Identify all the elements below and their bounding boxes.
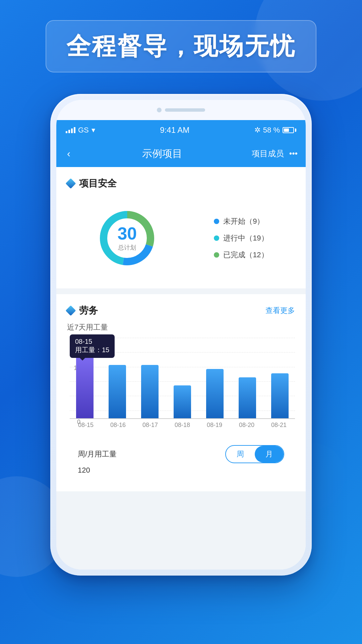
- safety-card: 项目安全: [56, 167, 306, 289]
- nav-more-button[interactable]: •••: [289, 149, 298, 158]
- x-label-0817: 08-17: [134, 422, 166, 429]
- donut-label: 总计划: [117, 244, 137, 252]
- bar-08-19[interactable]: [206, 369, 224, 418]
- bar-chart-wrapper: 18 15 12 9 6 3 0: [67, 338, 295, 438]
- clock: 9:41 AM: [160, 125, 189, 135]
- donut-section: 30 总计划 未开始（9） 进行中（19）: [67, 198, 295, 278]
- phone-notch: [56, 100, 306, 120]
- signal-icon: [66, 127, 75, 133]
- status-right: ✲ 58 %: [254, 126, 296, 135]
- legend-item-not-started: 未开始（9）: [214, 216, 268, 226]
- diamond-icon: [65, 178, 76, 189]
- status-left: GS ▾: [66, 126, 95, 135]
- safety-card-title: 项目安全: [67, 177, 295, 190]
- nav-bar: ‹ 示例项目 项目成员 •••: [56, 140, 306, 167]
- period-toggle[interactable]: 周 月: [225, 445, 284, 463]
- bar-08-15[interactable]: [76, 357, 94, 418]
- period-section: 周/月用工量 周 月: [67, 438, 295, 463]
- period-weekly-button[interactable]: 周: [226, 446, 255, 463]
- tooltip-date: 08-15: [75, 338, 109, 345]
- content-area: 项目安全: [56, 167, 306, 570]
- bar-08-16[interactable]: [109, 365, 126, 418]
- battery-icon: [283, 127, 296, 133]
- x-label-0819: 08-19: [198, 422, 231, 429]
- labor-card: 劳务 查看更多 近7天用工量 18 15 12: [56, 294, 306, 492]
- safety-legend: 未开始（9） 进行中（19） 已完成（12）: [214, 216, 268, 260]
- bar-08-20[interactable]: [239, 377, 256, 418]
- labor-header: 劳务 查看更多: [67, 304, 295, 317]
- battery-percent: 58 %: [263, 126, 280, 135]
- legend-item-completed: 已完成（12）: [214, 250, 268, 260]
- legend-item-in-progress: 进行中（19）: [214, 233, 268, 243]
- x-label-0820: 08-20: [231, 422, 263, 429]
- nav-right: 项目成员 •••: [252, 148, 298, 159]
- bar-08-21[interactable]: [271, 373, 289, 418]
- phone-mockup: GS ▾ 9:41 AM ✲ 58 % ‹: [50, 94, 312, 576]
- x-label-0821: 08-21: [263, 422, 295, 429]
- period-value: 120: [67, 466, 295, 481]
- carrier-label: GS: [78, 126, 89, 135]
- bluetooth-icon: ✲: [254, 126, 260, 135]
- bar-08-17[interactable]: [141, 365, 159, 418]
- x-label-0816: 08-16: [102, 422, 134, 429]
- chart-title: 近7天用工量: [67, 322, 295, 332]
- back-button[interactable]: ‹: [64, 145, 73, 162]
- wifi-icon: ▾: [92, 126, 95, 135]
- x-axis: 08-15 08-16 08-17 08-18 08-19 08-20 08-2…: [70, 422, 295, 429]
- legend-dot-cyan: [214, 235, 219, 241]
- nav-title: 示例项目: [73, 147, 252, 161]
- hero-banner: 全程督导，现场无忧: [46, 20, 316, 72]
- bar-tooltip: 08-15 用工量：15: [70, 334, 115, 358]
- tooltip-value: 用工量：15: [75, 345, 109, 355]
- hero-text: 全程督导，现场无忧: [66, 30, 296, 62]
- diamond-icon-2: [65, 305, 76, 316]
- nav-right-label[interactable]: 项目成员: [252, 148, 284, 159]
- x-label-0818: 08-18: [166, 422, 198, 429]
- hero-section: 全程督导，现场无忧: [0, 20, 362, 72]
- legend-dot-blue: [214, 219, 219, 224]
- bar-08-18[interactable]: [174, 385, 191, 418]
- view-more-button[interactable]: 查看更多: [265, 306, 295, 316]
- donut-chart: 30 总计划: [94, 205, 161, 272]
- x-label-0815: 08-15: [70, 422, 102, 429]
- status-bar: GS ▾ 9:41 AM ✲ 58 %: [56, 120, 306, 140]
- donut-center: 30 总计划: [117, 225, 137, 252]
- period-monthly-button[interactable]: 月: [255, 446, 284, 463]
- donut-number: 30: [117, 225, 137, 242]
- labor-card-title: 劳务: [67, 304, 98, 317]
- legend-dot-green: [214, 252, 219, 258]
- period-label: 周/月用工量: [78, 449, 117, 459]
